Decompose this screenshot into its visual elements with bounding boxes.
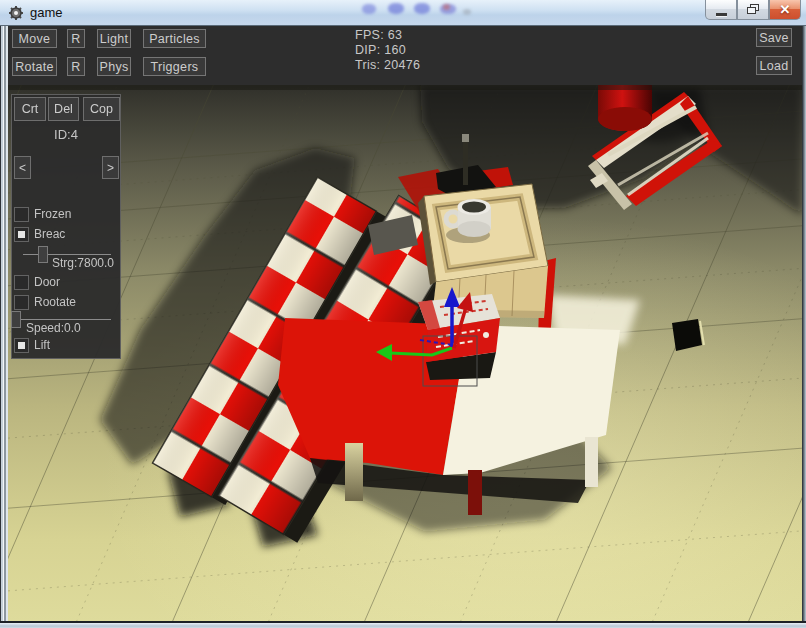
rootate-checkbox[interactable] bbox=[14, 295, 29, 310]
viewport-top-shade bbox=[8, 85, 802, 90]
door-label: Door bbox=[34, 275, 60, 289]
desktop-artifact bbox=[414, 3, 430, 14]
desktop-artifact bbox=[443, 4, 450, 10]
door-checkbox[interactable] bbox=[14, 275, 29, 290]
prev-object-button[interactable]: < bbox=[14, 156, 31, 179]
desktop-artifact bbox=[362, 4, 376, 14]
object-properties-panel: Crt Del Cop ID:4 < > Frozen Breac Strg:7… bbox=[11, 94, 121, 359]
stat-dip: DIP: 160 bbox=[355, 43, 420, 58]
window-controls: ✕ bbox=[705, 0, 801, 20]
frozen-row: Frozen bbox=[14, 206, 71, 222]
viewport-3d-scene[interactable] bbox=[8, 85, 802, 621]
close-icon: ✕ bbox=[780, 1, 791, 19]
particles-button[interactable]: Particles bbox=[143, 29, 206, 48]
title-bar[interactable]: game ✕ bbox=[0, 0, 806, 26]
move-button[interactable]: Move bbox=[12, 29, 57, 48]
toolbar-row-2: Rotate R Phys Triggers bbox=[12, 57, 206, 76]
window-frame-right bbox=[802, 26, 806, 621]
rotate-button[interactable]: Rotate bbox=[12, 57, 57, 76]
load-button[interactable]: Load bbox=[756, 56, 792, 75]
copy-button[interactable]: Cop bbox=[83, 97, 120, 121]
object-id-label: ID:4 bbox=[12, 127, 120, 142]
breac-label: Breac bbox=[34, 227, 65, 241]
toolbar-row-1: Move R Light Particles bbox=[12, 29, 206, 48]
triggers-button[interactable]: Triggers bbox=[143, 57, 206, 76]
light-button[interactable]: Light bbox=[97, 29, 131, 48]
create-button[interactable]: Crt bbox=[14, 97, 46, 121]
strength-slider-label: Strg:7800.0 bbox=[52, 256, 114, 270]
window-frame-bottom bbox=[0, 621, 806, 628]
lift-checkbox[interactable] bbox=[14, 338, 29, 353]
table-leg bbox=[468, 470, 482, 515]
door-row: Door bbox=[14, 274, 60, 290]
lift-label: Lift bbox=[34, 338, 50, 352]
speed-slider-handle[interactable] bbox=[11, 311, 21, 328]
desktop-artifact bbox=[463, 9, 471, 15]
rootate-row: Rootate bbox=[14, 294, 76, 310]
frozen-label: Frozen bbox=[34, 207, 71, 221]
render-stats: FPS: 63 DIP: 160 Tris: 20476 bbox=[355, 28, 420, 73]
window-frame-left bbox=[0, 26, 8, 621]
desktop-artifact bbox=[388, 3, 404, 14]
minimize-button[interactable] bbox=[705, 0, 737, 20]
rotate-r-button[interactable]: R bbox=[67, 57, 85, 76]
close-button[interactable]: ✕ bbox=[769, 0, 801, 20]
next-object-button[interactable]: > bbox=[102, 156, 119, 179]
breac-checkbox[interactable] bbox=[14, 227, 29, 242]
phys-button[interactable]: Phys bbox=[97, 57, 131, 76]
app-gear-icon bbox=[8, 5, 24, 21]
window-title: game bbox=[30, 5, 63, 20]
restore-icon bbox=[747, 4, 760, 15]
speed-slider-track[interactable] bbox=[14, 319, 111, 320]
move-r-button[interactable]: R bbox=[67, 29, 85, 48]
strength-slider-handle[interactable] bbox=[38, 246, 48, 263]
table-leg bbox=[345, 443, 363, 501]
breac-row: Breac bbox=[14, 226, 65, 242]
toolbar: Move R Light Particles Rotate R Phys Tri… bbox=[8, 26, 802, 85]
red-cylinder[interactable] bbox=[598, 85, 652, 131]
lift-row: Lift bbox=[14, 337, 50, 353]
minimize-icon bbox=[716, 13, 727, 16]
stat-fps: FPS: 63 bbox=[355, 28, 420, 43]
save-button[interactable]: Save bbox=[756, 28, 792, 47]
viewport-3d[interactable]: Crt Del Cop ID:4 < > Frozen Breac Strg:7… bbox=[8, 85, 802, 621]
rootate-label: Rootate bbox=[34, 295, 76, 309]
delete-button[interactable]: Del bbox=[48, 97, 79, 121]
speed-slider-label: Speed:0.0 bbox=[26, 321, 81, 335]
strength-slider-track[interactable] bbox=[23, 254, 111, 255]
restore-button[interactable] bbox=[737, 0, 769, 20]
frozen-checkbox[interactable] bbox=[14, 207, 29, 222]
app-window: game ✕ Move R Light Particles Rotate R P… bbox=[0, 0, 806, 628]
stat-tris: Tris: 20476 bbox=[355, 58, 420, 73]
table-leg bbox=[585, 437, 598, 487]
